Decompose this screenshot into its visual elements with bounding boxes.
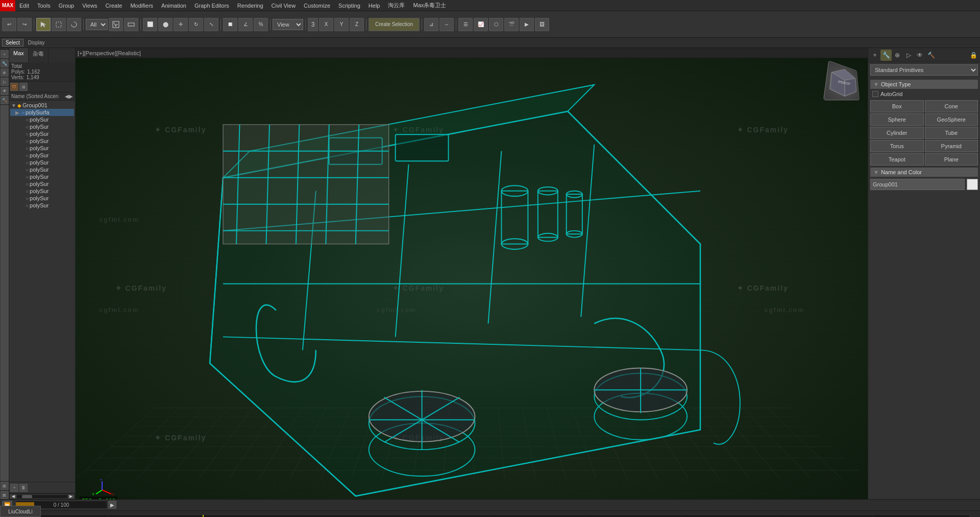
scroll-left-icon[interactable]: ◀ [65,93,69,99]
menu-civil-view[interactable]: Civil View [267,0,300,11]
hscroll-track[interactable] [16,495,68,499]
box-button[interactable]: Box [870,100,924,112]
viewport-canvas[interactable]: ✦ CGFamily ✦ CGFamily ✦ CGFamily ✦ CGFam… [76,58,868,499]
bottom-icon-2[interactable]: ⊠ [1,491,9,499]
rect-select-button[interactable]: ⬜ [143,18,157,31]
tree-item-poly-6[interactable]: ○ polySur [10,152,74,159]
tree-item-poly-1[interactable]: ○ polySur [10,116,74,123]
menu-max-antivirus[interactable]: Max杀毒卫士 [409,0,450,11]
cylinder-button[interactable]: Cylinder [870,127,924,139]
new-layer-icon[interactable]: + [10,484,18,492]
sphere-button[interactable]: Sphere [870,113,924,126]
menu-animation[interactable]: Animation [157,0,190,11]
view-mode-dropdown[interactable]: View [273,19,303,30]
tree-item-poly-11[interactable]: ○ polySur [10,187,74,195]
motion-tab-icon[interactable]: ▷ [903,50,914,61]
object-color-swatch[interactable] [967,179,978,190]
scale-button[interactable]: ⤡ [204,18,218,31]
tube-button[interactable]: Tube [925,127,978,139]
snap-toggle-button[interactable]: 🔲 [223,18,237,31]
nav-cube[interactable]: PERSP [827,63,863,99]
undo-button[interactable]: ↩ [2,18,16,31]
tree-item-poly-7[interactable]: ○ polySur [10,159,74,166]
menu-group[interactable]: Group [55,0,79,11]
tree-item-poly-10[interactable]: ○ polySur [10,180,74,187]
display-strip-icon[interactable]: 👁 [1,87,9,95]
curve-editor-button[interactable]: 📈 [474,18,488,31]
modify-strip-icon[interactable]: 🔧 [1,59,9,67]
display-tab-icon[interactable]: 👁 [914,50,925,61]
hscroll-right[interactable]: ▶ [68,495,74,499]
lasso-select-button[interactable] [67,18,81,31]
torus-button[interactable]: Torus [870,140,924,152]
render-frame-button[interactable]: 🖼 [535,18,549,31]
menu-scripting[interactable]: Scripting [334,0,364,11]
utilities-strip-icon[interactable]: 🔨 [1,96,9,104]
create-tab-icon[interactable]: + [869,50,880,61]
hierarchy-tab-icon[interactable]: ⊕ [892,50,903,61]
tree-item-poly-4[interactable]: ○ polySur [10,137,74,145]
lock-icon[interactable]: 🔒 [968,50,979,61]
geosphere-button[interactable]: GeoSphere [925,113,978,126]
menu-views[interactable]: Views [78,0,101,11]
tree-item-polysurfa[interactable]: ▶ ○ polySurfa [10,109,74,116]
select-by-name-button[interactable]: ... [124,18,138,31]
z-coord-button[interactable]: Z [350,18,364,31]
menu-modifiers[interactable]: Modifiers [126,0,157,11]
timeline-track[interactable]: 5 10 15 20 30 40 50 60 [10,514,970,517]
named-select-button[interactable]: Create Selection [369,18,420,31]
cone-button[interactable]: Cone [925,100,978,112]
move-button[interactable]: ✛ [174,18,188,31]
percent-snap-button[interactable]: % [254,18,268,31]
object-type-header[interactable]: ▼ Object Type [870,80,978,89]
layer-dropdown[interactable]: All [86,19,108,30]
align-button[interactable]: ↔ [439,18,454,31]
angle-snap-button[interactable]: ∠ [238,18,253,31]
menu-tools[interactable]: Tools [33,0,55,11]
menu-rendering[interactable]: Rendering [233,0,267,11]
menu-edit[interactable]: Edit [15,0,33,11]
tree-item-poly-12[interactable]: ○ polySur [10,195,74,202]
tree-hscroll[interactable]: ◀ ▶ [9,493,75,499]
delete-icon[interactable]: 🗑 [19,484,28,492]
menu-create[interactable]: Create [101,0,126,11]
tree-item-poly-13[interactable]: ○ polySur [10,202,74,209]
object-name-input[interactable] [870,179,965,190]
name-color-header[interactable]: ▼ Name and Color [870,168,978,177]
rotate-button[interactable]: ↻ [189,18,203,31]
timeline-expand-btn[interactable]: ▶ [108,501,116,509]
coordinate-3-button[interactable]: 3 [308,18,318,31]
menu-taoyunku[interactable]: 淘云库 [384,0,409,11]
nav-cube-face[interactable]: PERSP [823,60,860,100]
modify-tab-icon[interactable]: 🔧 [880,50,892,61]
redo-button[interactable]: ↪ [17,18,32,31]
tree-item-poly-5[interactable]: ○ polySur [10,145,74,152]
teapot-button[interactable]: Teapot [870,153,924,166]
filter-icon[interactable]: ⊞ [19,83,28,91]
mirror-button[interactable]: ⊿ [424,18,438,31]
primitives-dropdown[interactable]: Standard Primitives [870,64,978,76]
tree-item-group001[interactable]: ▼ ◆ Group001 [10,102,74,109]
create-strip-icon[interactable]: + [1,50,9,58]
tree-item-poly-8[interactable]: ○ polySur [10,166,74,173]
viewport[interactable]: [+][Perspective][Realistic] ✦ CGFamily ✦… [76,48,868,499]
expand-icon[interactable]: ▼ [11,103,16,108]
hscroll-thumb[interactable] [22,495,32,498]
menu-graph-editors[interactable]: Graph Editors [190,0,233,11]
tree-item-poly-2[interactable]: ○ polySur [10,123,74,130]
x-coord-button[interactable]: X [319,18,333,31]
tab-select[interactable]: Select [2,39,23,46]
hscroll-left[interactable]: ◀ [10,495,16,499]
material-editor-button[interactable]: ⬡ [489,18,503,31]
left-tab-poison[interactable]: 杂毒 [29,48,48,62]
tree-item-poly-3[interactable]: ○ polySur [10,130,74,137]
tree-item-poly-9[interactable]: ○ polySur [10,173,74,180]
menu-customize[interactable]: Customize [300,0,334,11]
autogrid-checkbox[interactable] [872,91,878,97]
render-scene-button[interactable]: 🎬 [504,18,519,31]
render-button[interactable]: ▶ [520,18,534,31]
left-tab-max[interactable]: Max [9,48,29,62]
select-tool-button[interactable] [36,18,51,31]
menu-help[interactable]: Help [364,0,384,11]
tab-display[interactable]: Display [24,39,48,46]
